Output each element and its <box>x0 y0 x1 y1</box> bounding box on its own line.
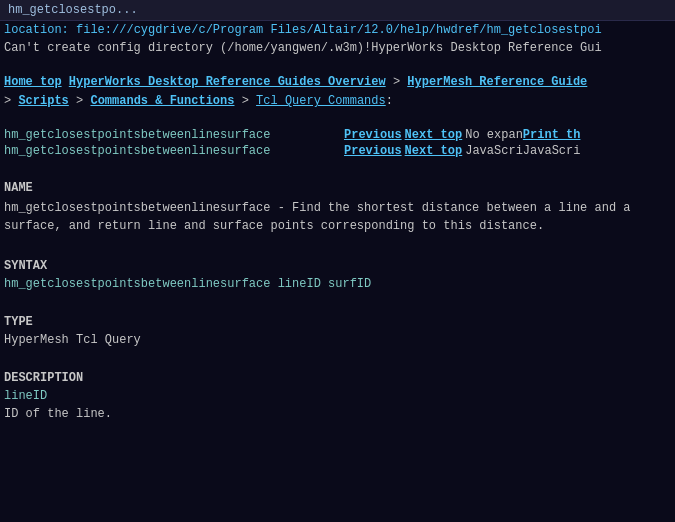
id-line: ID of the line. <box>0 405 675 423</box>
next-top-link-1[interactable]: Next top <box>405 128 463 142</box>
nav-row-1: hm_getclosestpointsbetweenlinesurface Pr… <box>0 127 675 143</box>
address-url: file:///cygdrive/c/Program Files/Altair/… <box>76 23 602 37</box>
type-label: TYPE <box>0 307 675 331</box>
tcl-query-link[interactable]: Tcl Query Commands <box>256 94 386 108</box>
home-top-link[interactable]: Home top <box>4 75 62 89</box>
syntax-label: SYNTAX <box>0 251 675 275</box>
description-label: DESCRIPTION <box>0 363 675 387</box>
next-top-link-2[interactable]: Next top <box>405 144 463 158</box>
info-line: Can't create config directory (/home/yan… <box>0 39 675 57</box>
commands-functions-link[interactable]: Commands & Functions <box>90 94 234 108</box>
nav-row-2: hm_getclosestpointsbetweenlinesurface Pr… <box>0 143 675 159</box>
javascript-2: JavaScri <box>523 144 581 158</box>
syntax-command: hm_getclosestpointsbetweenlinesurface li… <box>0 275 675 293</box>
print-link[interactable]: Print th <box>523 128 581 142</box>
type-value: HyperMesh Tcl Query <box>0 331 675 349</box>
no-expan-text: No expan <box>465 128 523 142</box>
address-prefix: location: <box>4 23 69 37</box>
address-bar: location: file:///cygdrive/c/Program Fil… <box>0 21 675 39</box>
name-label: NAME <box>0 173 675 197</box>
type-section: TYPE HyperMesh Tcl Query <box>0 307 675 349</box>
previous-link-1[interactable]: Previous <box>344 128 402 142</box>
name-section: NAME hm_getclosestpointsbetweenlinesurfa… <box>0 173 675 237</box>
name-description: hm_getclosestpointsbetweenlinesurface - … <box>0 197 675 237</box>
arrow2: > <box>4 94 11 108</box>
command-name-display-2: hm_getclosestpointsbetweenlinesurface <box>4 144 344 158</box>
colon: : <box>386 94 393 108</box>
breadcrumb: Home top HyperWorks Desktop Reference Gu… <box>0 71 675 113</box>
arrow4: > <box>242 94 249 108</box>
command-name-display-1: hm_getclosestpointsbetweenlinesurface <box>4 128 344 142</box>
window-title: hm_getclosestpo... <box>0 0 675 21</box>
description-section: DESCRIPTION lineID <box>0 363 675 405</box>
arrow1: > <box>393 75 400 89</box>
arrow3: > <box>76 94 83 108</box>
description-param: lineID <box>0 387 675 405</box>
previous-link-2[interactable]: Previous <box>344 144 402 158</box>
scripts-link[interactable]: Scripts <box>18 94 68 108</box>
hypermesh-link[interactable]: HyperMesh Reference Guide <box>407 75 587 89</box>
javascript-1: JavaScri <box>465 144 523 158</box>
hw-overview-link[interactable]: HyperWorks Desktop Reference Guides Over… <box>69 75 386 89</box>
title-bar: hm_getclosestpo... <box>0 0 675 21</box>
syntax-section: SYNTAX hm_getclosestpointsbetweenlinesur… <box>0 251 675 293</box>
